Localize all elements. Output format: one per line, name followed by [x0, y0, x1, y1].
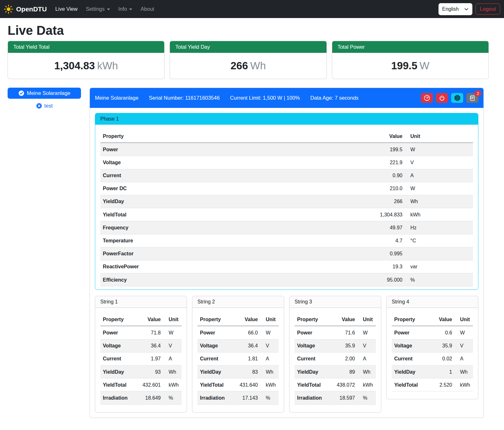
- cpu-icon: [454, 95, 461, 101]
- value-cell: 19.3: [358, 260, 405, 273]
- limit-settings-button[interactable]: [421, 93, 433, 103]
- value-column-header: Value: [233, 313, 260, 326]
- value-cell: 89: [330, 365, 358, 378]
- unit-cell: A: [260, 352, 279, 365]
- value-cell: 210.0: [358, 182, 405, 195]
- table-row: Voltage35.9V: [295, 339, 376, 352]
- card-unit: W: [420, 60, 429, 72]
- property-cell: Irradiation: [197, 391, 233, 404]
- unit-cell: %: [405, 273, 473, 286]
- unit-cell: A: [455, 352, 473, 365]
- table-row: Efficiency95.000%: [100, 273, 473, 286]
- inverter-card: Meine Solaranlage Serial Number: 1161716…: [90, 88, 484, 418]
- table-row: Irradiation17.143%: [197, 391, 279, 404]
- value-cell: 199.5: [358, 143, 405, 156]
- table-row: YieldDay1Wh: [392, 365, 473, 378]
- unit-cell: V: [455, 339, 473, 352]
- unit-cell: kWh: [260, 378, 279, 391]
- table-row: Current1.81A: [197, 352, 279, 365]
- string-card: String 2 Property Value Unit Power66.0WV…: [192, 296, 284, 412]
- nav-item-info[interactable]: Info: [114, 3, 137, 15]
- table-row: Voltage221.9V: [100, 156, 473, 169]
- property-cell: Power DC: [100, 182, 358, 195]
- property-cell: Temperature: [100, 234, 358, 247]
- table-row: YieldTotal1,304.833kWh: [100, 208, 473, 221]
- property-cell: YieldTotal: [197, 378, 233, 391]
- property-cell: Voltage: [197, 339, 233, 352]
- unit-cell: Hz: [405, 221, 473, 234]
- power-button[interactable]: [436, 93, 448, 103]
- table-header-row: Property Value Unit: [392, 313, 473, 326]
- value-cell: 1,304.833: [358, 208, 405, 221]
- unit-cell: W: [163, 326, 182, 339]
- language-select-value: English: [442, 6, 459, 12]
- inverter-serial: Serial Number: 116171603546: [149, 95, 220, 101]
- inverter-limit: Current Limit: 1,500 W | 100%: [230, 95, 300, 101]
- table-row: Current0.02A: [392, 352, 473, 365]
- table-row: Power0.6W: [392, 326, 473, 339]
- property-cell: YieldTotal: [295, 378, 330, 391]
- property-cell: Voltage: [392, 339, 427, 352]
- table-row: Power66.0W: [197, 326, 279, 339]
- inverter-select-button[interactable]: Meine Solaranlage: [8, 88, 81, 99]
- value-column-header: Value: [358, 130, 405, 143]
- unit-cell: W: [358, 326, 376, 339]
- brand[interactable]: OpenDTU: [4, 4, 47, 14]
- x-circle-icon: [36, 103, 42, 109]
- value-cell: 93: [135, 365, 163, 378]
- value-cell: 1.81: [233, 352, 260, 365]
- journal-text-icon: [469, 95, 476, 101]
- nav-item-about[interactable]: About: [136, 3, 158, 15]
- property-cell: Current: [100, 352, 135, 365]
- card-value: 199.5: [391, 60, 417, 72]
- value-cell: 221.9: [358, 156, 405, 169]
- event-log-button[interactable]: 2: [466, 93, 478, 103]
- nav-item-live-view[interactable]: Live View: [51, 3, 82, 15]
- value-cell: 35.9: [330, 339, 358, 352]
- device-info-button[interactable]: [451, 93, 463, 103]
- caret-down-icon: [129, 9, 132, 10]
- value-cell: 432.601: [135, 378, 163, 391]
- nav-item-settings[interactable]: Settings: [82, 3, 114, 15]
- table-row: YieldDay266Wh: [100, 195, 473, 208]
- string-card: String 1 Property Value Unit Power71.8WV…: [95, 296, 187, 412]
- inverter-card-header: Meine Solaranlage Serial Number: 1161716…: [90, 88, 483, 108]
- string-table: Property Value Unit Power66.0WVoltage36.…: [197, 313, 279, 404]
- value-cell: 4.7: [358, 234, 405, 247]
- inverter-actions: 2: [421, 93, 478, 103]
- value-cell: 0.02: [427, 352, 455, 365]
- phase-table: Property Value Unit Power199.5WVoltage22…: [100, 130, 473, 286]
- phase-card-title: Phase 1: [95, 113, 478, 125]
- card-title: Total Power: [332, 41, 488, 53]
- property-cell: PowerFactor: [100, 247, 358, 260]
- property-cell: Voltage: [100, 156, 358, 169]
- property-cell: Voltage: [100, 339, 135, 352]
- table-row: YieldDay83Wh: [197, 365, 279, 378]
- logout-button[interactable]: Logout: [476, 3, 500, 15]
- table-row: Power DC210.0W: [100, 182, 473, 195]
- table-row: YieldTotal432.601kWh: [100, 378, 182, 391]
- total-yield-day-card: Total Yield Day 266Wh: [170, 41, 327, 79]
- page-title: Live Data: [8, 23, 489, 38]
- value-cell: 36.4: [135, 339, 163, 352]
- language-select[interactable]: English: [439, 3, 472, 15]
- caret-down-icon: [107, 9, 110, 10]
- inverter-select-label: Meine Solaranlage: [27, 90, 71, 96]
- table-row: YieldTotal2.520kWh: [392, 378, 473, 391]
- string-cards: String 1 Property Value Unit Power71.8WV…: [95, 296, 478, 412]
- string-card-title: String 4: [387, 296, 478, 308]
- inverter-item-test[interactable]: test: [8, 103, 81, 109]
- property-column-header: Property: [197, 313, 233, 326]
- unit-cell: %: [163, 391, 182, 404]
- table-row: Current2.00A: [295, 352, 376, 365]
- value-column-header: Value: [135, 313, 163, 326]
- property-cell: Power: [295, 326, 330, 339]
- table-row: Irradiation18.649%: [100, 391, 182, 404]
- property-cell: Irradiation: [100, 391, 135, 404]
- table-row: Temperature4.7°C: [100, 234, 473, 247]
- inverter-item-label: test: [44, 103, 53, 109]
- string-table: Property Value Unit Power71.8WVoltage36.…: [100, 313, 182, 404]
- unit-cell: var: [405, 260, 473, 273]
- unit-cell: V: [163, 339, 182, 352]
- unit-column-header: Unit: [163, 313, 182, 326]
